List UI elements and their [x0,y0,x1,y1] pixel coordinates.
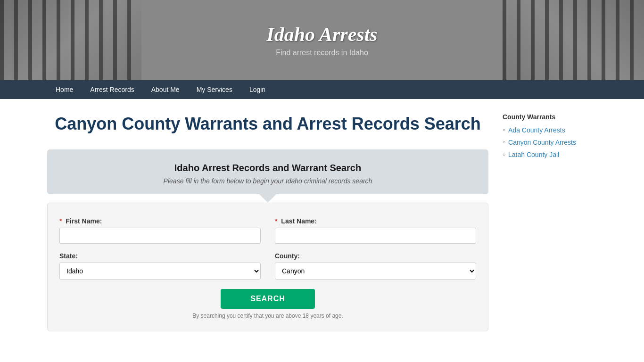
sidebar-list: Ada County Arrests Canyon County Arrests… [503,126,597,158]
sidebar-link-canyon[interactable]: Canyon County Arrests [508,139,576,146]
form-disclaimer: By searching you certify that you are ab… [59,313,476,319]
sidebar-item-latah[interactable]: Latah County Jail [503,151,597,158]
state-group: State: Idaho [59,252,261,280]
search-form-section: * First Name: * Last Name: State: [47,203,488,331]
main-nav: Home Arrest Records About Me My Services… [0,80,644,99]
name-row: * First Name: * Last Name: [59,217,476,244]
nav-item-login[interactable]: Login [241,80,274,99]
last-name-label: * Last Name: [275,217,476,225]
last-name-group: * Last Name: [275,217,476,244]
sidebar: County Warrants Ada County Arrests Canyo… [503,113,597,362]
search-button[interactable]: SEARCH [221,289,315,309]
content-area: Canyon County Warrants and Arrest Record… [47,113,488,362]
nav-item-home[interactable]: Home [47,80,82,99]
nav-link-home[interactable]: Home [47,80,82,99]
first-name-input[interactable] [59,228,261,244]
search-box-title: Idaho Arrest Records and Warrant Search [61,163,474,173]
county-label: County: [275,252,476,260]
first-name-group: * First Name: [59,217,261,244]
search-info-box: Idaho Arrest Records and Warrant Search … [47,149,488,194]
nav-link-services[interactable]: My Services [188,80,241,99]
sidebar-link-ada[interactable]: Ada County Arrests [508,126,565,134]
county-group: County: Canyon [275,252,476,280]
nav-item-services[interactable]: My Services [188,80,241,99]
nav-item-about-me[interactable]: About Me [143,80,188,99]
site-subtitle: Find arrest records in Idaho [266,49,377,57]
last-name-required: * [275,217,277,225]
sidebar-item-canyon[interactable]: Canyon County Arrests [503,139,597,146]
state-label: State: [59,252,261,260]
nav-link-arrest-records[interactable]: Arrest Records [82,80,142,99]
site-header: Idaho Arrests Find arrest records in Ida… [0,0,644,80]
first-name-required: * [59,217,62,225]
nav-link-login[interactable]: Login [241,80,274,99]
first-name-label: * First Name: [59,217,261,225]
page-title: Canyon County Warrants and Arrest Record… [47,113,488,135]
triangle-pointer [259,194,276,203]
header-bg-right [503,0,644,80]
nav-item-arrest-records[interactable]: Arrest Records [82,80,142,99]
nav-link-about-me[interactable]: About Me [143,80,188,99]
sidebar-item-ada[interactable]: Ada County Arrests [503,126,597,134]
sidebar-section-title: County Warrants [503,113,597,121]
sidebar-link-latah[interactable]: Latah County Jail [508,151,559,158]
state-select[interactable]: Idaho [59,263,261,280]
main-container: Canyon County Warrants and Arrest Record… [0,99,644,362]
header-bg-left [0,0,141,80]
header-center: Idaho Arrests Find arrest records in Ida… [266,23,377,57]
location-row: State: Idaho County: Canyon [59,252,476,280]
site-title: Idaho Arrests [266,23,377,46]
search-box-subtitle: Please fill in the form below to begin y… [61,177,474,185]
last-name-input[interactable] [275,228,476,244]
county-select[interactable]: Canyon [275,263,476,280]
